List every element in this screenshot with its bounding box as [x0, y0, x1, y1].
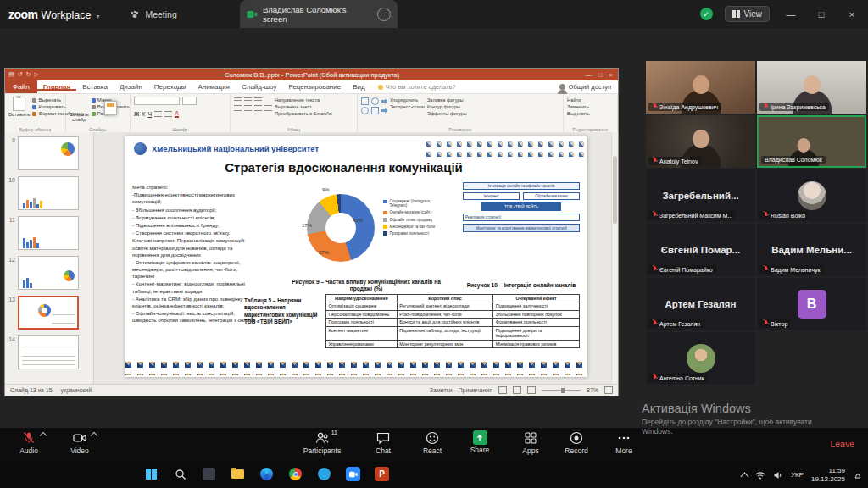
tab-animations[interactable]: Анимация — [192, 83, 236, 91]
tab-design[interactable]: Дизайн — [114, 83, 148, 91]
leave-button[interactable]: Leave — [830, 439, 854, 449]
audio-options-caret[interactable] — [40, 432, 47, 439]
slide-canvas[interactable]: Хмельницький національний університет Ст… — [94, 132, 618, 384]
undo-icon[interactable]: ↺ — [18, 71, 23, 78]
font-size-box[interactable] — [182, 97, 197, 105]
window-close-button[interactable]: × — [843, 9, 861, 19]
tab-insert[interactable]: Вставка — [76, 83, 114, 91]
ellipse-shape-icon[interactable] — [371, 97, 379, 105]
participant-tile-zinaida[interactable]: Зінаїда Андрушкевич — [646, 61, 755, 114]
participant-tile-yevhenii[interactable]: Євгеній Помар... Євгеній Помарайко — [646, 224, 755, 276]
participant-tile-vladyslav-active-speaker[interactable]: Владислав Соломюк — [757, 115, 866, 168]
paste-button[interactable]: Вставить — [8, 97, 30, 125]
notes-button[interactable]: Заметки — [430, 387, 453, 393]
notifications-bell-icon[interactable] — [853, 470, 863, 480]
hidden-icons-chevron[interactable] — [740, 472, 748, 480]
zoom-app-button[interactable] — [344, 465, 362, 483]
video-button[interactable]: Video — [56, 430, 103, 455]
slide-13[interactable]: Хмельницький національний університет Ст… — [125, 136, 587, 377]
telegram-button[interactable] — [315, 465, 333, 483]
thumbnail-slide-11[interactable]: 11 — [7, 216, 90, 250]
thumbnail-slide-14[interactable]: 14 — [7, 336, 90, 369]
search-button[interactable] — [171, 465, 189, 483]
ppt-share-button[interactable]: Общий доступ — [559, 83, 618, 91]
more-button[interactable]: More — [600, 430, 648, 455]
align-center-icon[interactable] — [244, 105, 252, 111]
character-spacing-icon[interactable] — [164, 111, 172, 117]
participant-tile-anhelina[interactable]: Ангеліна Сотник — [646, 332, 755, 385]
ppt-maximize-button[interactable]: □ — [598, 71, 603, 79]
participant-tile-artem[interactable]: Артем Гезалян Артем Гезалян — [646, 278, 755, 330]
thumbnail-slide-13-selected[interactable]: 13 — [7, 296, 90, 330]
speaker-icon[interactable] — [773, 470, 783, 480]
fit-slide-icon[interactable] — [604, 386, 613, 394]
shape-icon[interactable] — [361, 107, 369, 114]
start-button[interactable] — [142, 465, 160, 483]
participant-tile-zagrebelnyi[interactable]: Загребельний... Загребельний Максим М... — [646, 169, 755, 222]
zoom-slider[interactable] — [542, 390, 581, 391]
participant-tile-iryna[interactable]: Ірина Закрижевська — [757, 61, 866, 114]
tab-slideshow[interactable]: Слайд-шоу — [236, 83, 282, 91]
normal-view-icon[interactable] — [498, 386, 507, 394]
chat-button[interactable]: Chat — [359, 430, 407, 455]
select-button[interactable]: Выделить — [567, 111, 590, 116]
bold-icon[interactable]: Ж — [134, 111, 139, 117]
numbering-icon[interactable] — [244, 97, 252, 103]
replace-button[interactable]: Заменить — [567, 104, 590, 109]
language-indicator[interactable]: украинский — [61, 387, 92, 393]
react-button[interactable]: React — [409, 430, 456, 455]
shape-fill-button[interactable]: Заливка фигуры — [427, 97, 467, 103]
underline-icon[interactable]: Ч — [147, 111, 152, 117]
record-button[interactable]: Record — [553, 430, 600, 455]
tab-view[interactable]: Вид — [347, 83, 370, 91]
text-shadow-icon[interactable] — [154, 111, 162, 117]
apps-button[interactable]: Apps — [507, 430, 554, 455]
font-color-icon[interactable]: А — [175, 110, 179, 118]
slide-thumbnail-panel[interactable]: 9 10 11 12 — [5, 132, 94, 384]
tab-home[interactable]: Главная — [37, 83, 77, 91]
align-text-button[interactable]: Выровнять текст — [275, 104, 332, 109]
arrange-button[interactable]: Упорядочить — [390, 97, 425, 103]
quick-styles-button[interactable]: Экспресс-стили — [390, 104, 425, 109]
ppt-minimize-button[interactable]: — — [586, 71, 593, 79]
participant-tile-vadym[interactable]: Вадим Мельни... Вадим Мельничук — [757, 224, 866, 276]
video-options-caret[interactable] — [91, 432, 97, 439]
language-switcher[interactable]: УКР — [791, 471, 804, 479]
shape-effects-button[interactable]: Эффекты фигуры — [427, 111, 467, 116]
network-icon[interactable] — [755, 470, 765, 480]
participant-tile-ruslan[interactable]: Ruslan Boiko — [757, 169, 866, 222]
tab-transitions[interactable]: Переходы — [148, 83, 192, 91]
bullets-icon[interactable] — [234, 97, 242, 103]
window-minimize-button[interactable]: — — [782, 9, 800, 19]
powerpoint-taskbar-button[interactable]: P — [373, 465, 391, 483]
share-button[interactable]: Share — [456, 430, 504, 454]
task-view-button[interactable] — [200, 465, 218, 483]
ppt-close-button[interactable]: × — [609, 71, 613, 79]
zoom-level[interactable]: 87% — [587, 387, 598, 393]
thumbnail-slide-10[interactable]: 10 — [7, 176, 90, 210]
encryption-check-icon[interactable]: ✓ — [700, 8, 713, 20]
align-left-icon[interactable] — [234, 105, 242, 111]
save-icon[interactable]: ▤ — [8, 71, 14, 78]
chevron-down-icon[interactable]: ▾ — [96, 13, 99, 20]
font-name-box[interactable] — [134, 97, 180, 105]
arrow-shape-icon[interactable] — [381, 98, 387, 104]
italic-icon[interactable]: К — [142, 111, 145, 117]
file-explorer-button[interactable] — [229, 465, 247, 483]
slideshow-icon[interactable]: ▷ — [34, 71, 38, 78]
text-direction-button[interactable]: Направление текста — [275, 97, 332, 103]
tab-file[interactable]: Файл — [5, 80, 37, 93]
smartart-button[interactable]: Преобразовать в SmartArt — [275, 111, 332, 116]
rectangle-shape-icon[interactable] — [361, 97, 369, 105]
justify-icon[interactable] — [264, 105, 272, 111]
thumbnail-slide-12[interactable]: 12 — [7, 256, 90, 290]
shape-icon[interactable] — [381, 108, 387, 114]
participants-button[interactable]: 11 Participants — [298, 430, 346, 455]
redo-icon[interactable]: ↻ — [26, 71, 31, 78]
align-right-icon[interactable] — [254, 105, 262, 111]
participant-tile-viktor[interactable]: В Віктор — [757, 278, 866, 330]
window-maximize-button[interactable]: □ — [812, 9, 831, 19]
shape-outline-button[interactable]: Контур фигуры — [427, 104, 467, 109]
screen-share-options-icon[interactable]: ⋯ — [377, 8, 391, 21]
edge-button[interactable] — [258, 465, 275, 483]
